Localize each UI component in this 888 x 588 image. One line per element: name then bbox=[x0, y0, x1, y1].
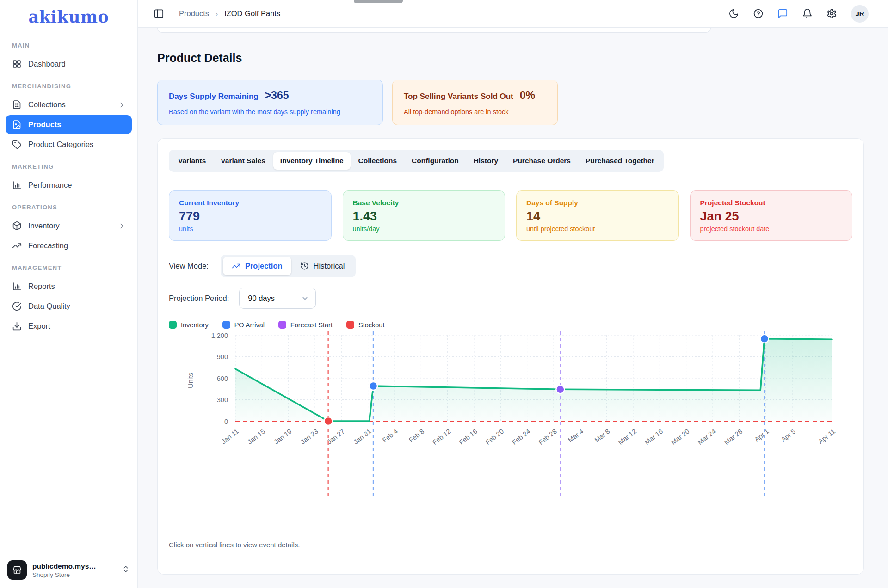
metric-unit: units bbox=[179, 225, 321, 233]
svg-text:Feb 20: Feb 20 bbox=[484, 428, 505, 446]
metric-unit: units/day bbox=[353, 225, 495, 233]
chart-footnote: Click on vertical lines to view event de… bbox=[169, 541, 852, 549]
svg-text:Mar 4: Mar 4 bbox=[567, 428, 585, 444]
svg-text:Jan 23: Jan 23 bbox=[299, 428, 320, 446]
sidebar-item-label: Data Quality bbox=[28, 302, 70, 311]
trending-up-icon bbox=[232, 262, 240, 270]
collections-icon bbox=[12, 100, 22, 110]
sidebar-item-performance[interactable]: Performance bbox=[6, 176, 132, 195]
sidebar-item-export[interactable]: Export bbox=[6, 317, 132, 336]
chevrons-up-down-icon[interactable] bbox=[122, 565, 130, 575]
svg-text:Apr 11: Apr 11 bbox=[817, 428, 837, 445]
bar-chart-icon bbox=[12, 282, 22, 291]
page-title: Product Details bbox=[157, 51, 864, 65]
breadcrumb-parent[interactable]: Products bbox=[179, 9, 209, 18]
sidebar-item-label: Reports bbox=[28, 282, 55, 291]
trending-up-icon bbox=[12, 241, 22, 251]
bar-chart-icon bbox=[12, 180, 22, 190]
browser-notch bbox=[354, 0, 403, 3]
sidebar-toggle-button[interactable] bbox=[154, 8, 164, 19]
dark-mode-button[interactable] bbox=[728, 8, 739, 19]
svg-text:Units: Units bbox=[186, 373, 194, 388]
bell-icon bbox=[802, 8, 813, 19]
card-note: Based on the variant with the most days … bbox=[169, 108, 371, 116]
metric-label: Current Inventory bbox=[179, 199, 321, 207]
feedback-button[interactable] bbox=[777, 8, 788, 19]
tag-icon bbox=[12, 140, 22, 149]
svg-text:Feb 4: Feb 4 bbox=[381, 428, 399, 444]
sidebar-item-label: Product Categories bbox=[28, 140, 93, 149]
svg-text:Apr 1: Apr 1 bbox=[753, 428, 770, 443]
gear-icon bbox=[826, 8, 837, 19]
metric-unit: projected stockout date bbox=[700, 225, 843, 233]
chat-bubble-icon bbox=[777, 8, 788, 19]
sidebar-item-label: Products bbox=[28, 120, 62, 129]
user-avatar[interactable]: JR bbox=[851, 5, 869, 23]
svg-text:Mar 28: Mar 28 bbox=[723, 428, 744, 446]
tab-variant-sales[interactable]: Variant Sales bbox=[214, 152, 272, 170]
sidebar-item-product-categories[interactable]: Product Categories bbox=[6, 135, 132, 154]
panel-left-icon bbox=[154, 8, 164, 19]
tab-purchased-together[interactable]: Purchased Together bbox=[579, 152, 661, 170]
card-value: 0% bbox=[520, 89, 535, 102]
legend-item-po-arrival: PO Arrival bbox=[222, 321, 265, 329]
legend-item-forecast-start: Forecast Start bbox=[278, 321, 333, 329]
breadcrumb: Products › IZOD Golf Pants bbox=[179, 9, 280, 18]
card-value: >365 bbox=[265, 89, 289, 102]
download-icon bbox=[12, 321, 22, 331]
tab-purchase-orders[interactable]: Purchase Orders bbox=[506, 152, 578, 170]
svg-text:Mar 12: Mar 12 bbox=[617, 428, 637, 446]
sidebar-item-dashboard[interactable]: Dashboard bbox=[6, 55, 132, 74]
legend-item-inventory: Inventory bbox=[169, 321, 209, 329]
metric-unit: until projected stockout bbox=[526, 225, 669, 233]
card-title: Top Selling Variants Sold Out bbox=[404, 92, 513, 101]
svg-text:Feb 12: Feb 12 bbox=[431, 428, 452, 446]
sidebar-item-label: Inventory bbox=[28, 221, 60, 230]
svg-text:300: 300 bbox=[217, 396, 228, 404]
metric-value: 1.43 bbox=[353, 209, 495, 224]
help-button[interactable] bbox=[753, 8, 764, 19]
legend-swatch bbox=[278, 321, 286, 329]
tab-configuration[interactable]: Configuration bbox=[405, 152, 466, 170]
tab-collections[interactable]: Collections bbox=[352, 152, 404, 170]
projection-period-select[interactable]: 90 days bbox=[239, 288, 316, 309]
legend-swatch bbox=[346, 321, 354, 329]
help-circle-icon bbox=[753, 8, 764, 19]
sidebar-item-products[interactable]: Products bbox=[6, 115, 132, 134]
selected-period: 90 days bbox=[248, 294, 275, 303]
svg-text:Jan 19: Jan 19 bbox=[272, 428, 293, 446]
tab-inventory-timeline[interactable]: Inventory Timeline bbox=[273, 152, 351, 170]
svg-text:Feb 16: Feb 16 bbox=[457, 428, 478, 446]
store-switcher[interactable]: publicdemo.mys… Shopify Store bbox=[0, 554, 137, 588]
inventory-chart[interactable]: 03006009001,200Jan 11Jan 15Jan 19Jan 23J… bbox=[169, 331, 844, 508]
view-mode-label: View Mode: bbox=[169, 262, 209, 270]
days-of-supply-card: Days of Supply 14 until projected stocko… bbox=[516, 190, 679, 241]
nav-section-main: MAIN bbox=[6, 34, 132, 54]
tab-history[interactable]: History bbox=[467, 152, 505, 170]
sidebar-item-collections[interactable]: Collections bbox=[6, 95, 132, 114]
chevron-down-icon bbox=[301, 294, 309, 302]
projection-mode-button[interactable]: Projection bbox=[223, 257, 291, 275]
inventory-timeline-panel: Variants Variant Sales Inventory Timelin… bbox=[157, 138, 864, 575]
sidebar-item-label: Export bbox=[28, 322, 50, 331]
sidebar-item-inventory[interactable]: Inventory bbox=[6, 216, 132, 235]
svg-text:Mar 20: Mar 20 bbox=[670, 428, 691, 446]
tab-variants[interactable]: Variants bbox=[171, 152, 213, 170]
topbar: Products › IZOD Golf Pants JR bbox=[138, 0, 888, 28]
store-type: Shopify Store bbox=[32, 571, 116, 578]
dashboard-icon bbox=[12, 59, 22, 69]
sidebar-item-forecasting[interactable]: Forecasting bbox=[6, 236, 132, 255]
nav-section-marketing: MARKETING bbox=[6, 155, 132, 175]
metric-value: 14 bbox=[526, 209, 669, 224]
settings-button[interactable] bbox=[826, 8, 837, 19]
tab-bar: Variants Variant Sales Inventory Timelin… bbox=[169, 150, 664, 172]
svg-text:Feb 24: Feb 24 bbox=[511, 428, 531, 446]
notifications-button[interactable] bbox=[802, 8, 813, 19]
chevron-right-icon bbox=[118, 101, 125, 109]
sidebar-item-data-quality[interactable]: Data Quality bbox=[6, 297, 132, 316]
historical-mode-button[interactable]: Historical bbox=[291, 257, 354, 275]
moon-icon bbox=[728, 8, 739, 19]
sidebar-item-label: Dashboard bbox=[28, 60, 66, 68]
sidebar-item-reports[interactable]: Reports bbox=[6, 277, 132, 296]
svg-text:Jan 11: Jan 11 bbox=[220, 428, 240, 446]
